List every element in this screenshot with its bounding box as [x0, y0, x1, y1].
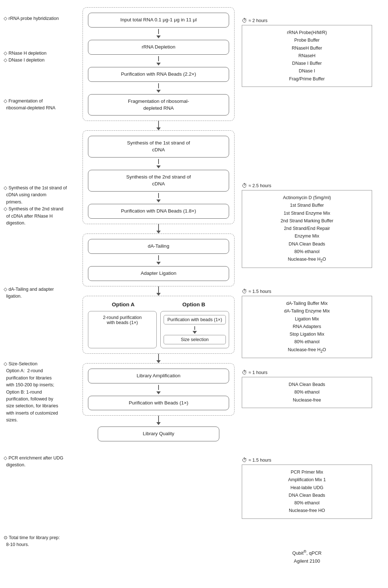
- time-label-5: ⏱ ≈ 1.5 hours: [242, 457, 372, 463]
- arrowhead: [156, 262, 161, 265]
- page: ◇ rRNA probe hybridization ◇ RNase H dep…: [0, 0, 388, 588]
- group1-dashed: Input total RNA 0.1 μg-1 μg in 11 μl rRN…: [83, 7, 235, 121]
- ann-da-tailing: ◇ dA-Tailing and adapter ligation.: [4, 286, 81, 302]
- step-purification-rna-beads: Purification with RNA Beads (2.2×): [88, 67, 229, 82]
- arrow: [158, 193, 159, 198]
- arrow: [158, 29, 159, 34]
- info-box-5: PCR Primer Mix Amplification Mix 1 Heat-…: [242, 465, 372, 519]
- purification-beads-box: Purification with beads (1×): [164, 315, 226, 324]
- time-label-2: ⏱ ≈ 2.5 hours: [242, 182, 372, 189]
- time-label-3: ⏱ ≈ 1.5 hours: [242, 288, 372, 294]
- right-section-5: ⏱ ≈ 1.5 hours PCR Primer Mix Amplificati…: [242, 457, 372, 519]
- step-adapter-ligation: Adapter Ligation: [88, 266, 229, 281]
- step-da-tailing: dA-Tailing: [88, 239, 229, 254]
- info-box-1: rRNA Probe(H/M/R) Probe Buffer RNaseH Bu…: [242, 25, 372, 87]
- option-b-header: Option B: [159, 301, 229, 307]
- ann-size-selection: ◇ Size-Selection Option A: 2-round purif…: [4, 361, 81, 426]
- arrow: [158, 224, 159, 231]
- step-library-amplification: Library Amplification: [88, 369, 229, 383]
- group2-dashed: Synthesis of the 1st strand ofcDNA Synth…: [83, 130, 235, 224]
- arrow: [158, 255, 159, 260]
- option-b-box: Purification with beads (1×) Size select…: [160, 311, 229, 348]
- right-section-3: ⏱ ≈ 1.5 hours dA-Tailing Buffer Mix dA-T…: [242, 288, 372, 358]
- arrowhead: [156, 231, 161, 234]
- step-2nd-strand: Synthesis of the 2nd strand ofcDNA: [88, 170, 229, 192]
- group3-dashed: dA-Tailing Adapter Ligation: [83, 234, 235, 286]
- time-label-1: ⏱ ≈ 2 hours: [242, 17, 372, 24]
- step-purification-beads: Purification with Beads (1×): [88, 396, 229, 411]
- option-a-header: Option A: [88, 301, 159, 307]
- group4-dashed: Option A Option B 2-round purificationwi…: [83, 296, 235, 354]
- arrow: [158, 286, 159, 293]
- time-label-4: ⏱ ≈ 1 hours: [242, 369, 372, 375]
- ann-cdna: ◇ Synthesis of the 1st strand of cDNA us…: [4, 185, 81, 229]
- arrowhead: [156, 391, 161, 394]
- arrowhead: [156, 127, 161, 130]
- group5-dashed: Library Amplification Purification with …: [83, 363, 235, 416]
- step-input-rna: Input total RNA 0.1 μg-1 μg in 11 μl: [88, 13, 229, 28]
- arrowhead: [156, 63, 161, 66]
- arrowhead: [156, 35, 161, 38]
- clock-icon-5: ⏱: [242, 457, 247, 463]
- arrowhead: [156, 293, 161, 296]
- right-section-1: ⏱ ≈ 2 hours rRNA Probe(H/M/R) Probe Buff…: [242, 17, 372, 87]
- clock-icon-2: ⏱: [242, 182, 247, 189]
- ann-rnase-dnase: ◇ RNase H depletion◇ DNase I depletion: [4, 50, 81, 66]
- info-box-4: DNA Clean Beads 80% ethanol Nuclease-fre…: [242, 377, 372, 408]
- step-1st-strand: Synthesis of the 1st strand ofcDNA: [88, 136, 229, 158]
- size-selection-box: Size selection: [164, 335, 226, 344]
- arrowhead: [156, 200, 161, 202]
- ann-fragmentation: ◇ Fragmentation of ribosomal-depleted RN…: [4, 98, 81, 114]
- clock-icon-4: ⏱: [242, 369, 247, 375]
- step-purification-dna-beads: Purification with DNA Beads (1.8×): [88, 204, 229, 219]
- arrowhead: [156, 360, 161, 363]
- arrow: [158, 354, 159, 360]
- arrow: [158, 159, 159, 164]
- step-library-quality: Library Quality: [98, 427, 219, 441]
- arrowhead: [193, 331, 197, 334]
- option-a-box: 2-round purificationwith beads (1×): [88, 311, 157, 348]
- info-box-2: Actinomycin D (5mg/ml) 1st Strand Buffer…: [242, 190, 372, 268]
- arrow: [158, 83, 159, 88]
- arrowhead: [156, 90, 161, 93]
- right-section-6: Qubit®, qPCR Agilent 2100: [242, 548, 372, 566]
- info-box-3: dA-Tailing Buffer Mix dA-Tailing Enzyme …: [242, 296, 372, 358]
- option-container: 2-round purificationwith beads (1×) Puri…: [88, 311, 229, 348]
- step-rrna-depletion: rRNA Depletion: [88, 40, 229, 55]
- arrow: [158, 56, 159, 61]
- ann-rrna-probe: ◇ rRNA probe hybridization: [4, 15, 81, 24]
- arrow: [158, 416, 159, 422]
- arrowhead: [156, 165, 161, 168]
- step-fragmentation: Fragmentation of ribosomal-depleted RNA: [88, 94, 229, 116]
- clock-icon-3: ⏱: [242, 288, 247, 294]
- clock-icon-1: ⏱: [242, 17, 247, 24]
- arrow: [158, 121, 159, 127]
- arrow: [194, 326, 195, 330]
- arrow: [158, 385, 159, 390]
- right-section-2: ⏱ ≈ 2.5 hours Actinomycin D (5mg/ml) 1st…: [242, 182, 372, 268]
- ann-pcr: ◇ PCR enrichment after UDG digestion.: [4, 455, 81, 471]
- right-section-4: ⏱ ≈ 1 hours DNA Clean Beads 80% ethanol …: [242, 369, 372, 408]
- center-flowchart: Input total RNA 0.1 μg-1 μg in 11 μl rRN…: [83, 7, 235, 441]
- ann-total-time: ⊙ Total time for library prep: 8-10 hour…: [4, 534, 81, 551]
- arrowhead: [156, 422, 161, 425]
